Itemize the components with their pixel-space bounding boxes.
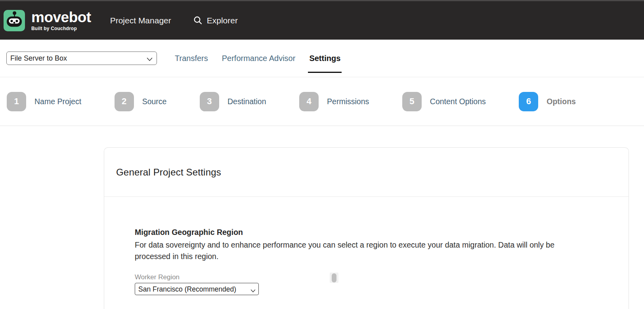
- worker-region-select[interactable]: San Francisco (Recommended): [135, 283, 259, 295]
- step-options[interactable]: 6 Options: [519, 92, 576, 111]
- nav-project-manager-label: Project Manager: [110, 16, 171, 25]
- worker-region-select-wrap: San Francisco (Recommended): [135, 283, 259, 295]
- settings-card: General Project Settings Migration Geogr…: [104, 147, 629, 309]
- tab-strip: Transfers Performance Advisor Settings: [175, 40, 340, 77]
- step-label: Destination: [227, 97, 266, 106]
- brand-text: movebot Built by Couchdrop: [31, 10, 91, 31]
- movebot-logo[interactable]: [4, 10, 25, 31]
- section-heading: Migration Geographic Region: [135, 228, 613, 237]
- brand-name: movebot: [31, 10, 91, 25]
- card-body: Migration Geographic Region For data sov…: [104, 197, 629, 295]
- step-label: Content Options: [430, 97, 486, 106]
- project-select[interactable]: File Server to Box: [6, 52, 157, 65]
- step-source[interactable]: 2 Source: [115, 92, 167, 111]
- step-label: Name Project: [34, 97, 81, 106]
- step-content-options[interactable]: 5 Content Options: [402, 92, 486, 111]
- card-header: General Project Settings: [104, 148, 629, 197]
- nav-explorer-label: Explorer: [207, 16, 238, 25]
- project-select-wrap: File Server to Box: [6, 52, 157, 65]
- scrollbar-thumb[interactable]: [332, 273, 336, 282]
- search-icon: [193, 16, 203, 25]
- step-badge: 4: [299, 92, 319, 111]
- main-area: General Project Settings Migration Geogr…: [0, 126, 644, 309]
- nav-explorer[interactable]: Explorer: [193, 16, 238, 25]
- top-nav: Project Manager Explorer: [110, 16, 238, 25]
- step-label: Options: [547, 97, 576, 106]
- scrollbar-track[interactable]: [330, 273, 338, 283]
- step-badge: 5: [402, 92, 422, 111]
- toolbar-row: File Server to Box Transfers Performance…: [0, 40, 644, 77]
- step-label: Source: [142, 97, 167, 106]
- app-header: movebot Built by Couchdrop Project Manag…: [0, 0, 644, 40]
- step-badge: 2: [115, 92, 134, 111]
- tab-performance-advisor-label: Performance Advisor: [222, 54, 296, 63]
- step-permissions[interactable]: 4 Permissions: [299, 92, 369, 111]
- stepper: 1 Name Project 2 Source 3 Destination 4 …: [0, 77, 644, 126]
- step-name-project[interactable]: 1 Name Project: [7, 92, 81, 111]
- step-badge: 1: [7, 92, 26, 111]
- tab-settings[interactable]: Settings: [309, 40, 340, 77]
- step-destination[interactable]: 3 Destination: [200, 92, 266, 111]
- worker-region-label: Worker Region: [135, 274, 613, 281]
- section-description: For data sovereignty and to enhance perf…: [135, 239, 577, 262]
- nav-project-manager[interactable]: Project Manager: [110, 16, 171, 25]
- brand-tagline: Built by Couchdrop: [31, 26, 91, 31]
- step-label: Permissions: [327, 97, 369, 106]
- step-badge: 3: [200, 92, 219, 111]
- page-title: General Project Settings: [116, 167, 221, 178]
- step-badge: 6: [519, 92, 538, 111]
- tab-transfers-label: Transfers: [175, 54, 208, 63]
- tab-transfers[interactable]: Transfers: [175, 40, 208, 77]
- tab-settings-label: Settings: [309, 54, 340, 63]
- tab-performance-advisor[interactable]: Performance Advisor: [222, 40, 296, 77]
- robot-icon: [4, 10, 25, 31]
